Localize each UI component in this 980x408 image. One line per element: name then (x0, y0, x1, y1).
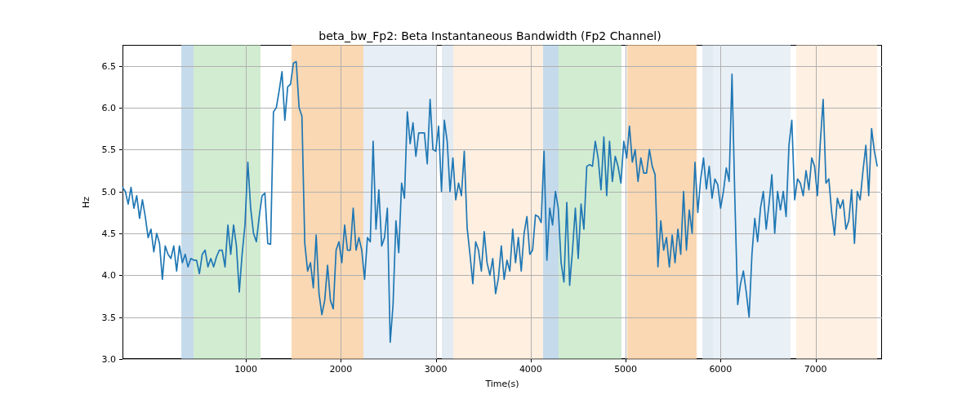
line-series (122, 45, 882, 359)
y-tick-label: 5.0 (102, 186, 117, 197)
y-tick-label: 6.5 (102, 60, 117, 71)
figure: beta_bw_Fp2: Beta Instantaneous Bandwidt… (0, 0, 980, 408)
x-tick-label: 5000 (614, 364, 637, 375)
y-tick-label: 3.0 (102, 354, 117, 365)
axes-area: 1000200030004000500060007000 3.03.54.04.… (122, 45, 882, 359)
y-tick-label: 6.0 (102, 103, 117, 113)
x-tick-label: 6000 (709, 364, 732, 375)
y-tick-label: 5.5 (102, 144, 117, 155)
chart-title: beta_bw_Fp2: Beta Instantaneous Bandwidt… (0, 29, 980, 42)
x-tick-label: 4000 (519, 364, 542, 375)
x-axis-label: Time(s) (122, 379, 882, 389)
y-tick-label: 4.0 (102, 270, 117, 281)
x-tick-label: 2000 (329, 364, 352, 375)
y-tick-label: 4.5 (102, 228, 117, 239)
x-tick-label: 7000 (804, 364, 827, 375)
x-tick-label: 3000 (425, 364, 448, 375)
y-tick-label: 3.5 (102, 312, 117, 322)
y-axis-label: Hz (81, 196, 91, 207)
x-tick-label: 1000 (234, 364, 257, 375)
